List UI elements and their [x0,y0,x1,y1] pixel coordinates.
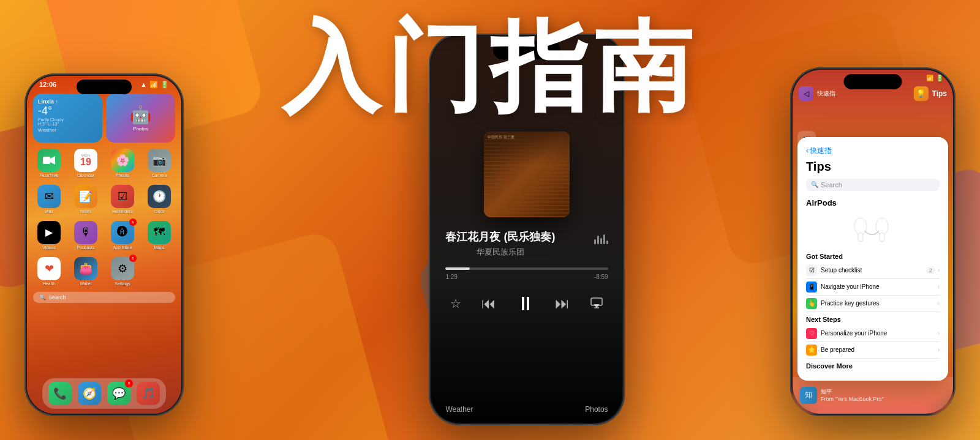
app-mail[interactable]: ✉ Mail [33,185,65,214]
fast-forward-button[interactable]: ⏭ [555,295,570,312]
app-notes[interactable]: 📝 Notes [70,185,102,214]
notes-icon-symbol: 📝 [79,190,92,203]
dock-messages[interactable]: 💬 3 [107,382,130,405]
appstore-label: App Store [113,245,132,250]
mail-icon: ✉ [37,185,61,208]
phone-icon: 📞 [48,382,72,405]
maps-label: Maps [154,245,164,250]
app-maps[interactable]: 🗺 Maps [143,221,175,250]
bottom-bar-info: 知 知平 From "Ye's MacBook Pro" [800,387,884,404]
photos-widget-inner: 🤖 Photos [106,94,175,143]
pause-button[interactable]: ⏸ [516,293,535,315]
main-container: 入门指南 12:06 ▲ 📶 🔋 [0,0,980,440]
setup-badge: 2 [926,267,935,274]
navigate-icon: 📱 [806,282,817,293]
music-title: 春江花月夜 (民乐独奏) [445,229,555,244]
notes-icon: 📝 [74,185,97,208]
airplay-button[interactable] [590,296,603,312]
rewind-button[interactable]: ⏮ [481,295,496,312]
podcasts-icon: 🎙 [74,221,97,244]
app-facetime[interactable]: FaceTime [33,149,65,177]
app-camera[interactable]: 📷 Camera [143,149,175,177]
weather-city: Linxia ↑ [38,99,97,105]
bar1 [594,239,596,244]
music-bottom-photos: Photos [585,405,608,414]
title-block: 入门指南 [282,18,698,116]
tips-item-prepared[interactable]: ⭐ Be prepared › [806,342,940,359]
phone-right: 📶 🔋 ◁ 快速指 💡 Tips 🖼 [790,67,956,416]
favorite-button[interactable]: ☆ [450,296,461,311]
connected-to: From "Ye's MacBook Pro" [821,396,884,402]
app-calendar[interactable]: MON 19 Calendar [70,149,102,177]
bar4 [603,234,605,244]
tips-item-setup[interactable]: ☑ Setup checklist 2 › [806,263,940,279]
app-empty [143,257,175,286]
app-settings[interactable]: ⚙ 1 Settings [107,257,138,286]
photos-widget[interactable]: 🤖 Photos [106,94,175,143]
settings-icon-symbol: ⚙ [118,262,127,275]
phone-screen-left: 12:06 ▲ 📶 🔋 Linxia ↑ [27,76,181,414]
music-text-block: 春江花月夜 (民乐独奏) 华夏民族乐团 [445,229,555,267]
mail-icon-symbol: ✉ [45,190,54,203]
prepared-label: Be prepared [821,346,854,353]
svg-rect-8 [880,233,884,242]
dock-phone[interactable]: 📞 [48,382,72,405]
gestures-arrow: › [938,300,940,307]
setup-icon: ☑ [806,265,817,276]
music-controls: ☆ ⏮ ⏸ ⏭ [450,293,603,315]
tips-item-personalize[interactable]: ♡ Personalize your iPhone › [806,326,940,342]
safari-icon-symbol: 🧭 [83,387,96,400]
app-grid-row1: FaceTime MON 19 Calendar [27,145,181,181]
gestures-icon: 👆 [806,298,817,309]
tips-search-bar[interactable]: 🔍 Search [806,179,940,191]
app-reminders[interactable]: ☑ Reminders [107,185,138,214]
tips-search-icon: 🔍 [811,181,818,188]
podcasts-label: Podcasts [77,245,95,250]
tips-back-label[interactable]: 快速指 [817,89,835,98]
phone-icon-symbol: 📞 [53,387,67,400]
dynamic-island-right [844,74,902,89]
app-wallet[interactable]: 👛 Wallet [70,257,102,286]
prepared-arrow: › [938,346,940,353]
clock-icon-symbol: 🕐 [153,190,166,203]
device-name: 知平 [821,388,884,396]
music-bottom-weather: Weather [445,405,473,414]
tips-back-icon-area[interactable]: ◁ [799,86,813,101]
next-steps-title: Next Steps [806,316,940,323]
app-clock[interactable]: 🕐 Clock [143,185,175,214]
app-podcasts[interactable]: 🎙 Podcasts [70,221,102,250]
dock-music[interactable]: 🎵 [137,382,160,405]
app-grid-row2: ✉ Mail 📝 Notes [27,181,181,217]
signal-icon: ▲ [140,81,147,88]
personalize-icon: ♡ [806,328,817,339]
personalize-arrow: › [938,330,940,337]
tips-bottom-bar: 知 知平 From "Ye's MacBook Pro" [793,377,953,414]
album-text: 中国民乐·弦三重 [488,135,514,140]
tips-item-gestures[interactable]: 👆 Practice key gestures › [806,296,940,312]
tips-item-navigate[interactable]: 📱 Navigate your iPhone › [806,279,940,296]
facetime-label: FaceTime [40,173,59,177]
phone-left: 12:06 ▲ 📶 🔋 Linxia ↑ [24,73,184,416]
app-appletv[interactable]: ▶ Videos [33,221,65,250]
tips-app-title: Tips [932,89,947,98]
bar5 [606,241,608,244]
photos-label: Photos [133,126,148,132]
safari-icon: 🧭 [78,382,101,405]
weather-widget[interactable]: Linxia ↑ -4° Partly Cloudy H:3° L:-13° W… [33,94,102,143]
tips-app-icon: 💡 [914,86,929,101]
bottom-device-icon: 知 [800,387,817,404]
search-bar[interactable]: 🔍 Search [33,292,175,303]
phone-screen-right: 📶 🔋 ◁ 快速指 💡 Tips 🖼 [793,70,953,414]
photos-icon: 🌸 [111,149,134,172]
app-appstore[interactable]: 🅐 1 App Store [107,221,138,250]
dock-safari[interactable]: 🧭 [78,382,101,405]
svg-rect-6 [858,233,863,242]
tips-card-back[interactable]: ‹ 快速指 [806,146,940,156]
progress-bar-wrapper[interactable] [445,267,608,270]
app-photos[interactable]: 🌸 Photos [107,149,138,177]
appletv-icon-symbol: ▶ [45,226,53,238]
settings-icon: ⚙ 1 [111,257,134,280]
dock: 📞 🧭 💬 3 [42,378,166,409]
app-health[interactable]: ❤ Health [33,257,65,286]
settings-label: Settings [115,282,130,286]
